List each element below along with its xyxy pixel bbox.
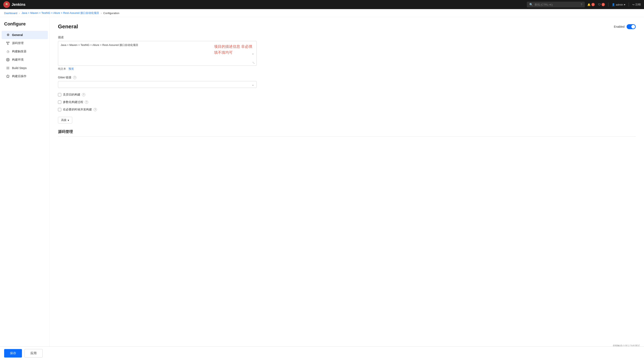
logout-icon: ↪ bbox=[632, 3, 634, 6]
concurrent-help-icon[interactable]: ? bbox=[94, 108, 97, 111]
divider bbox=[608, 2, 608, 7]
svg-point-2 bbox=[6, 3, 6, 4]
description-annotation: 项目的描述信息 非必填 填不填均可 bbox=[214, 44, 252, 56]
main-layout: Configure ⚙ General 源码管理 ◷ 构建触发器 bbox=[0, 17, 644, 359]
content-area: General Enabled 描述 Java + Maven + TestNG… bbox=[50, 17, 644, 359]
jenkins-icon bbox=[3, 1, 10, 8]
steps-icon bbox=[6, 66, 10, 70]
bell-icon: 🔔 bbox=[587, 3, 590, 6]
source-section-header: 源码管理 bbox=[58, 129, 636, 137]
description-field[interactable]: Java + Maven + TestNG + Allure + Rest-As… bbox=[58, 41, 257, 66]
breadcrumb-dashboard[interactable]: Dashboard bbox=[4, 11, 18, 15]
preview-link[interactable]: 预览 bbox=[68, 67, 74, 71]
breadcrumb-current: Configuration bbox=[103, 11, 119, 15]
clock-icon: ◷ bbox=[6, 49, 10, 54]
save-button[interactable]: 保存 bbox=[4, 349, 22, 358]
logout-label: 注销 bbox=[635, 3, 641, 6]
security-button[interactable]: 🛡 2 bbox=[598, 3, 605, 6]
resize-handle: ⤡ bbox=[252, 61, 255, 65]
svg-line-13 bbox=[8, 59, 9, 59]
gitee-select-wrapper bbox=[58, 81, 257, 88]
gitee-select[interactable] bbox=[58, 81, 257, 88]
svg-marker-18 bbox=[6, 75, 10, 78]
user-menu[interactable]: 👤 admin ▾ bbox=[612, 3, 625, 6]
topbar: Jenkins 🔍 ? 🔔 2 🛡 2 👤 admin ▾ ↪ 注销 bbox=[0, 0, 644, 9]
content-header: General Enabled bbox=[58, 23, 636, 30]
shield-icon: 🛡 bbox=[598, 3, 601, 6]
concurrent-checkbox[interactable] bbox=[58, 108, 61, 111]
sidebar-label-source: 源码管理 bbox=[12, 41, 24, 45]
plain-text-link[interactable]: 纯文本 bbox=[58, 67, 66, 71]
sidebar-title: Configure bbox=[0, 21, 50, 31]
enabled-label: Enabled bbox=[614, 25, 624, 28]
text-format-links: 纯文本 预览 bbox=[58, 67, 636, 71]
username: admin bbox=[616, 3, 623, 6]
parametrize-help-icon[interactable]: ? bbox=[85, 101, 88, 104]
env-icon bbox=[6, 58, 10, 62]
parametrize-checkbox[interactable] bbox=[58, 101, 61, 104]
topbar-right: 🔔 2 🛡 2 👤 admin ▾ ↪ 注销 bbox=[587, 2, 641, 7]
sidebar-label-env: 构建环境 bbox=[12, 58, 24, 62]
svg-line-14 bbox=[7, 60, 8, 61]
search-icon: 🔍 bbox=[529, 3, 533, 6]
sidebar-item-source[interactable]: 源码管理 bbox=[2, 39, 48, 47]
user-icon: 👤 bbox=[612, 3, 615, 6]
enabled-toggle-group: Enabled bbox=[614, 24, 636, 29]
gitee-label: Gitee 链接 bbox=[58, 76, 72, 79]
breadcrumb-sep-1: › bbox=[19, 11, 20, 15]
advanced-button[interactable]: 高级 ▾ bbox=[58, 117, 72, 123]
svg-point-6 bbox=[8, 44, 8, 45]
breadcrumb: Dashboard › Java + Maven + TestNG + Allu… bbox=[0, 9, 644, 17]
sidebar-label-steps: Build Steps bbox=[12, 66, 27, 70]
discard-builds-label: 丢弃旧的构建 bbox=[63, 93, 80, 97]
gitee-label-row: Gitee 链接 ? bbox=[58, 76, 636, 79]
svg-point-1 bbox=[6, 3, 8, 5]
breadcrumb-project[interactable]: Java + Maven + TestNG + Allure + Rest-As… bbox=[22, 11, 99, 15]
sidebar: Configure ⚙ General 源码管理 ◷ 构建触发器 bbox=[0, 17, 50, 359]
discard-help-icon[interactable]: ? bbox=[82, 93, 85, 96]
gitee-help-icon[interactable]: ? bbox=[73, 76, 76, 79]
page-title: General bbox=[58, 23, 78, 30]
apply-button[interactable]: 应用 bbox=[24, 349, 43, 358]
sidebar-item-general[interactable]: ⚙ General bbox=[2, 31, 48, 39]
gitee-section: Gitee 链接 ? bbox=[58, 76, 636, 88]
svg-point-3 bbox=[7, 3, 8, 4]
discard-builds-checkbox[interactable] bbox=[58, 93, 61, 96]
logout-button[interactable]: ↪ 注销 bbox=[632, 3, 641, 6]
help-icon[interactable]: ? bbox=[581, 3, 582, 6]
svg-line-11 bbox=[7, 59, 8, 59]
sidebar-item-env[interactable]: 构建环境 bbox=[2, 56, 48, 64]
sidebar-item-post[interactable]: 构建后操作 bbox=[2, 72, 48, 80]
concurrent-row: 在必要的时候并发构建 ? bbox=[58, 108, 636, 111]
checkbox-section: 丢弃旧的构建 ? 参数化构建过程 ? 在必要的时候并发构建 ? bbox=[58, 93, 636, 111]
enabled-toggle-switch[interactable] bbox=[626, 24, 636, 29]
bell-badge: 2 bbox=[592, 3, 595, 6]
discard-builds-row: 丢弃旧的构建 ? bbox=[58, 93, 636, 97]
sidebar-label-post: 构建后操作 bbox=[12, 74, 26, 78]
concurrent-label: 在必要的时候并发构建 bbox=[63, 108, 92, 111]
notifications-button[interactable]: 🔔 2 bbox=[587, 3, 595, 6]
parametrize-row: 参数化构建过程 ? bbox=[58, 100, 636, 104]
parametrize-label: 参数化构建过程 bbox=[63, 100, 83, 104]
svg-point-5 bbox=[8, 42, 9, 43]
gear-icon: ⚙ bbox=[6, 33, 10, 37]
chevron-down-icon: ▾ bbox=[624, 3, 625, 6]
brand-name: Jenkins bbox=[12, 2, 26, 7]
svg-line-12 bbox=[8, 60, 9, 61]
sidebar-item-steps[interactable]: Build Steps bbox=[2, 64, 48, 72]
svg-point-10 bbox=[7, 59, 8, 60]
description-typed-text: Java + Maven + TestNG + Allure + Rest-As… bbox=[61, 43, 138, 46]
description-label: 描述 bbox=[58, 35, 636, 39]
chevron-down-icon: ▾ bbox=[68, 119, 69, 122]
sidebar-label-general: General bbox=[12, 33, 23, 37]
svg-point-4 bbox=[6, 42, 8, 43]
search-input[interactable] bbox=[534, 3, 576, 6]
brand-logo[interactable]: Jenkins bbox=[3, 1, 26, 8]
source-icon bbox=[6, 41, 10, 45]
sidebar-item-triggers[interactable]: ◷ 构建触发器 bbox=[2, 47, 48, 56]
svg-line-8 bbox=[7, 43, 8, 44]
search-bar[interactable]: 🔍 ? bbox=[527, 2, 585, 7]
post-icon bbox=[6, 74, 10, 78]
bottom-bar: 保存 应用 bbox=[0, 346, 644, 359]
description-section: 描述 Java + Maven + TestNG + Allure + Rest… bbox=[58, 35, 636, 71]
